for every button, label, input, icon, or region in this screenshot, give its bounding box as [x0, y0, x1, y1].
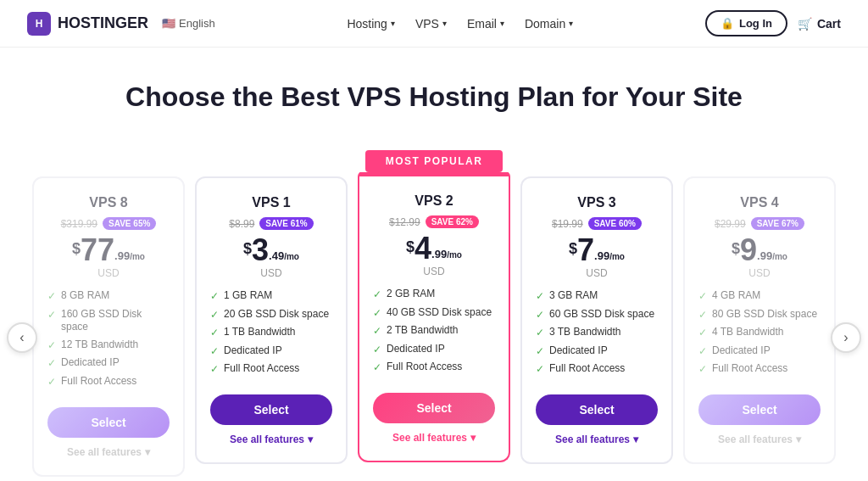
chevron-down-icon: ▾ [500, 19, 504, 28]
price-main: $ 3 .49/mo [243, 235, 299, 266]
price-main: $ 77 .99/mo [72, 235, 145, 266]
check-icon: ✓ [373, 307, 381, 321]
feature-item: ✓60 GB SSD Disk space [536, 308, 658, 322]
check-icon: ✓ [373, 361, 381, 375]
see-all-features[interactable]: See all features ▾ [67, 446, 150, 458]
check-icon: ✓ [536, 309, 544, 322]
flag-icon: 🇺🇸 [162, 17, 175, 30]
check-icon: ✓ [47, 290, 56, 304]
lang-label: English [179, 17, 215, 30]
save-badge: SAVE 62% [426, 215, 479, 228]
check-icon: ✓ [536, 290, 544, 304]
select-button[interactable]: Select [210, 394, 332, 425]
price-amount: 3 [252, 235, 269, 266]
feature-text: 2 GB RAM [387, 288, 435, 301]
plans-scroll-left[interactable]: ‹ [7, 322, 37, 353]
main-nav: Hosting ▾ VPS ▾ Email ▾ Domain ▾ [347, 17, 573, 31]
feature-item: ✓1 GB RAM [210, 289, 332, 304]
check-icon: ✓ [47, 339, 56, 353]
feature-item: ✓Dedicated IP [47, 356, 170, 371]
chevron-down-icon: ▾ [308, 433, 313, 445]
feature-text: 8 GB RAM [61, 289, 109, 303]
feature-item: ✓Full Root Access [47, 375, 170, 389]
feature-item: ✓4 TB Bandwidth [698, 326, 821, 340]
see-all-features[interactable]: See all features ▾ [392, 432, 476, 444]
feature-item: ✓3 TB Bandwidth [536, 326, 658, 340]
feature-item: ✓12 TB Bandwidth [47, 338, 170, 353]
plan-name: VPS 4 [740, 195, 778, 210]
feature-text: 4 GB RAM [712, 289, 760, 303]
nav-hosting[interactable]: Hosting ▾ [347, 17, 394, 31]
price-mo-decimal: .49/mo [269, 249, 299, 262]
see-all-features[interactable]: See all features ▾ [718, 433, 801, 445]
check-icon: ✓ [210, 309, 219, 322]
chevron-down-icon: ▾ [145, 446, 150, 458]
plan-wrap-vps4: VPS 4 $29.99 SAVE 67% $ 9 .99/mo USD ✓4 … [683, 172, 836, 477]
lock-icon: 🔒 [721, 17, 734, 30]
plan-name: VPS 1 [252, 195, 290, 210]
save-badge: SAVE 60% [588, 217, 642, 230]
check-icon: ✓ [47, 357, 56, 371]
check-icon: ✓ [536, 345, 544, 359]
plan-card-vps2: VPS 2 $12.99 SAVE 62% $ 4 .99/mo USD ✓2 … [358, 176, 510, 462]
select-button[interactable]: Select [373, 393, 495, 423]
price-amount: 4 [415, 233, 431, 264]
features-list: ✓4 GB RAM✓80 GB SSD Disk space✓4 TB Band… [698, 289, 821, 381]
check-icon: ✓ [373, 288, 381, 302]
price-amount: 7 [577, 235, 594, 266]
feature-text: Full Root Access [712, 362, 787, 376]
nav-domain[interactable]: Domain ▾ [525, 17, 573, 31]
feature-text: Dedicated IP [61, 356, 120, 370]
select-button[interactable]: Select [47, 407, 170, 438]
price-mo-decimal: .99/mo [757, 249, 787, 262]
old-price: $8.99 [229, 218, 254, 230]
see-all-features[interactable]: See all features ▾ [555, 433, 638, 445]
check-icon: ✓ [698, 327, 707, 340]
feature-item: ✓2 TB Bandwidth [373, 324, 495, 338]
check-icon: ✓ [47, 309, 56, 322]
price-amount: 9 [740, 235, 757, 266]
price-usd: USD [97, 267, 119, 279]
check-icon: ✓ [373, 325, 381, 338]
check-icon: ✓ [698, 363, 707, 377]
nav-vps[interactable]: VPS ▾ [415, 17, 447, 31]
feature-item: ✓2 GB RAM [373, 288, 495, 302]
save-badge: SAVE 61% [259, 217, 313, 230]
language-selector[interactable]: 🇺🇸 English [162, 17, 215, 30]
price-dollar: $ [732, 240, 740, 258]
feature-text: 80 GB SSD Disk space [712, 308, 817, 322]
feature-text: Full Root Access [387, 361, 462, 374]
check-icon: ✓ [210, 363, 219, 377]
feature-text: 20 GB SSD Disk space [224, 308, 329, 322]
chevron-down-icon: ▾ [633, 433, 638, 445]
feature-text: 3 TB Bandwidth [549, 326, 621, 339]
feature-item: ✓Dedicated IP [210, 344, 332, 359]
feature-item: ✓Dedicated IP [373, 343, 495, 357]
old-price: $29.99 [715, 218, 746, 230]
check-icon: ✓ [698, 290, 707, 304]
hero-section: Choose the Best VPS Hosting Plan for You… [0, 48, 868, 130]
price-dollar: $ [243, 240, 252, 258]
select-button[interactable]: Select [698, 394, 821, 425]
plan-name: VPS 8 [89, 195, 127, 210]
feature-item: ✓Full Root Access [373, 361, 495, 375]
select-button[interactable]: Select [536, 394, 658, 425]
price-mo-decimal: .99/mo [431, 248, 462, 260]
plans-scroll-right[interactable]: › [831, 322, 861, 353]
check-icon: ✓ [698, 309, 707, 322]
login-button[interactable]: 🔒 Log In [705, 10, 787, 36]
cart-button[interactable]: 🛒 Cart [798, 17, 841, 31]
feature-text: Dedicated IP [712, 344, 771, 358]
price-usd: USD [748, 267, 770, 279]
plans-container: VPS 8 $319.99 SAVE 65% $ 77 .99/mo USD ✓… [41, 172, 827, 477]
nav-email[interactable]: Email ▾ [467, 17, 504, 31]
feature-text: 1 TB Bandwidth [224, 326, 296, 339]
features-list: ✓8 GB RAM✓160 GB SSD Disk space✓12 TB Ba… [47, 289, 170, 394]
see-all-features[interactable]: See all features ▾ [230, 433, 313, 445]
chevron-down-icon: ▾ [391, 19, 395, 28]
logo[interactable]: H HOSTINGER [27, 12, 148, 36]
feature-text: Dedicated IP [224, 344, 282, 358]
feature-item: ✓8 GB RAM [47, 289, 170, 304]
feature-item: ✓160 GB SSD Disk space [47, 308, 170, 334]
price-row: $8.99 SAVE 61% [229, 217, 313, 230]
